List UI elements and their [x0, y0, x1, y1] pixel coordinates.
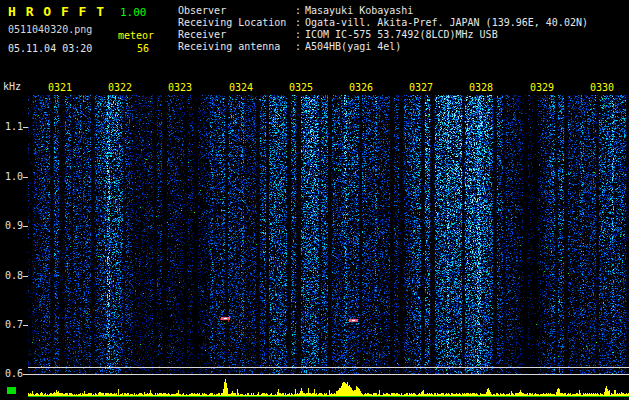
hrofft-output-image: H R O F F T 1.00 0511040320.png meteor 0…: [0, 0, 629, 400]
freq-axis-unit: kHz: [3, 82, 21, 92]
app-version: 1.00: [120, 6, 147, 19]
echo-count: 56: [137, 44, 149, 54]
freq-tick-label: 1.1: [5, 122, 23, 132]
header-label: Receiving Location: [178, 17, 295, 29]
header-separator: :: [295, 5, 305, 17]
time-tick-label: 0326: [349, 83, 373, 93]
header-row-antenna: Receiving antenna:A504HB(yagi 4el): [178, 41, 588, 53]
mode-label: meteor: [118, 31, 154, 41]
freq-tick-label: 0.6: [5, 369, 23, 379]
time-tick-label: 0330: [590, 83, 614, 93]
freq-tick-label: 1.0: [5, 172, 23, 182]
header-separator: :: [295, 17, 305, 29]
file-name: 0511040320.png: [8, 25, 92, 35]
observation-header: Observer:Masayuki Kobayashi Receiving Lo…: [178, 5, 588, 53]
time-tick-label: 0328: [469, 83, 493, 93]
header-value: Ogata-vill. Akita-Pref. JAPAN (139.96E, …: [305, 17, 588, 28]
time-tick-label: 0327: [409, 83, 433, 93]
header-value: Masayuki Kobayashi: [305, 5, 413, 16]
header-separator: :: [295, 29, 305, 41]
header-row-observer: Observer:Masayuki Kobayashi: [178, 5, 588, 17]
header-separator: :: [295, 41, 305, 53]
time-tick-label: 0321: [48, 83, 72, 93]
freq-tick-label: 0.7: [5, 320, 23, 330]
header-value: ICOM IC-575 53.7492(8LCD)MHz USB: [305, 29, 498, 40]
spectrogram-canvas: [28, 95, 629, 375]
header-row-receiver: Receiver:ICOM IC-575 53.7492(8LCD)MHz US…: [178, 29, 588, 41]
freq-tick-label: 0.8: [5, 271, 23, 281]
time-tick-label: 0323: [168, 83, 192, 93]
datetime-label: 05.11.04 03:20: [8, 44, 92, 54]
time-tick-label: 0324: [229, 83, 253, 93]
header-label: Receiver: [178, 29, 295, 41]
level-marker: [7, 387, 16, 394]
header-row-location: Receiving Location:Ogata-vill. Akita-Pre…: [178, 17, 588, 29]
time-tick-label: 0325: [289, 83, 313, 93]
header-label: Receiving antenna: [178, 41, 295, 53]
header-label: Observer: [178, 5, 295, 17]
header-value: A504HB(yagi 4el): [305, 41, 401, 52]
app-title: H R O F F T: [8, 5, 105, 18]
time-tick-label: 0329: [530, 83, 554, 93]
freq-tick-label: 0.9: [5, 221, 23, 231]
amplitude-canvas: [28, 376, 629, 397]
time-tick-label: 0322: [108, 83, 132, 93]
